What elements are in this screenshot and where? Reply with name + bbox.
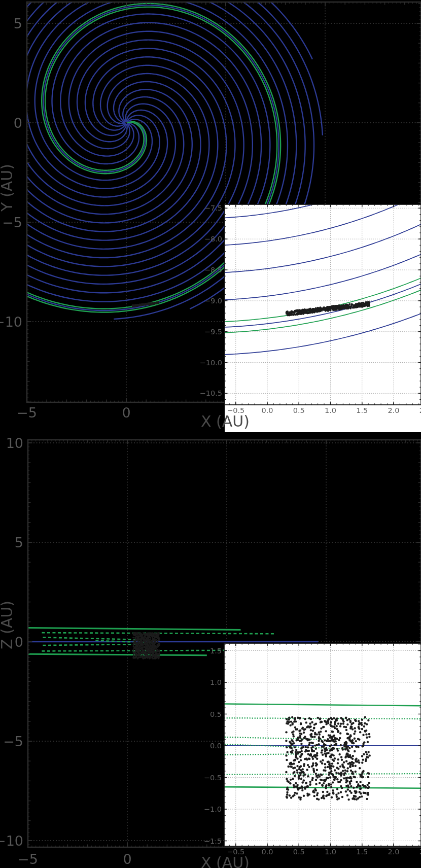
xz-ytick-label: 10 <box>6 436 23 450</box>
xy-inset-ytick-label: −10.0 <box>200 359 222 366</box>
xy-x-axis-label: X (AU) <box>201 414 250 429</box>
xy-inset-xtick-label: −0.5 <box>227 407 244 414</box>
xz-inset-ytick-label: −1.5 <box>204 837 222 845</box>
xy-inset-ytick-label: −9.0 <box>204 297 222 305</box>
xy-inset-ytick-label: −8.5 <box>204 266 222 274</box>
xy-ytick-label: −5 <box>2 216 22 229</box>
plot-canvas <box>0 0 421 868</box>
xy-inset-xtick-label: 2.0 <box>388 407 399 414</box>
xz-inset-ytick-label: 0.5 <box>210 710 222 718</box>
xy-ytick-label: 0 <box>14 116 22 130</box>
xz-ytick-label: 5 <box>15 536 23 549</box>
xz-y-axis-label: Z (AU) <box>0 601 15 649</box>
xz-xtick-label: −5 <box>18 852 38 866</box>
xz-inset-xtick-label: 0.0 <box>261 848 273 856</box>
xz-inset-ytick-label: 0.0 <box>210 742 222 750</box>
xz-inset-xtick-label: −0.5 <box>227 848 244 856</box>
xz-inset-ytick-label: −0.5 <box>204 774 222 781</box>
figure: X (AU) Y (AU) X (AU) Z (AU) 50−5−10−50−7… <box>0 0 421 868</box>
xy-ytick-label: −10 <box>0 315 22 329</box>
xy-inset-xtick-label: 0.0 <box>261 407 273 414</box>
xz-inset-ytick-label: 1.5 <box>210 647 222 654</box>
xy-xtick-label: −5 <box>17 406 37 420</box>
xy-inset-xtick-label: 1.0 <box>325 407 336 414</box>
xz-ytick-label: −5 <box>3 735 23 748</box>
xy-inset-xtick-label: 0.5 <box>293 407 305 414</box>
xz-xtick-label: 0 <box>123 852 131 866</box>
xz-inset-xtick-label: 1.0 <box>325 848 336 856</box>
xz-inset-ytick-label: 1.0 <box>210 679 222 686</box>
xz-inset-ytick-label: −1.0 <box>204 806 222 813</box>
xy-ytick-label: 5 <box>14 17 22 30</box>
xy-inset-xtick-label: 1.5 <box>356 407 368 414</box>
xz-inset-xtick-label: 1.5 <box>356 848 368 856</box>
xy-inset-ytick-label: −10.5 <box>200 390 222 397</box>
xz-ytick-label: −10 <box>0 834 23 848</box>
xz-x-axis-label: X (AU) <box>201 855 250 868</box>
xy-inset-ytick-label: −8.0 <box>204 235 222 243</box>
xy-inset-ytick-label: −7.5 <box>204 204 222 212</box>
xy-xtick-label: 0 <box>122 406 130 420</box>
xz-ytick-label: 0 <box>15 635 23 649</box>
xy-y-axis-label: Y (AU) <box>0 164 15 212</box>
xz-inset-xtick-label: 2.0 <box>388 848 399 856</box>
xy-inset-ytick-label: −9.5 <box>204 328 222 335</box>
xz-inset-xtick-label: 0.5 <box>293 848 305 856</box>
